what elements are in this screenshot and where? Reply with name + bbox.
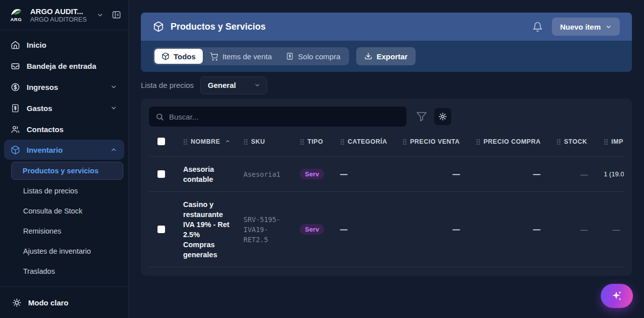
item-type-tabs: Todos Items de venta Solo compra [153, 47, 349, 65]
table-row[interactable]: Asesoria contable Asesoria1 Serv — — — —… [149, 157, 624, 192]
sidebar-subitem-consulta-de-stock[interactable]: Consulta de Stock [0, 201, 128, 221]
drag-handle-icon[interactable] [340, 139, 344, 145]
tab-solo-compra[interactable]: Solo compra [279, 49, 347, 64]
inbox-icon [11, 61, 20, 71]
new-item-button[interactable]: Nuevo item [552, 18, 620, 36]
sidebar-item-ingresos[interactable]: Ingresos [0, 76, 128, 97]
cell-categoria: — [328, 226, 390, 234]
table-header-row: NOMBRE SKU TIPO CATEGORÍA PRECIO VENTA [149, 127, 624, 157]
sidebar-subitem-ajustes-de-inventario[interactable]: Ajustes de inventario [0, 241, 128, 261]
col-header-precio-compra[interactable]: PRECIO COMPRA [464, 138, 544, 145]
search-icon [155, 113, 164, 121]
drag-handle-icon[interactable] [403, 139, 407, 145]
sidebar-subitem-listas-de-precios[interactable]: Listas de precios [0, 181, 128, 201]
sidebar-subitem-traslados[interactable]: Traslados [0, 261, 128, 281]
gear-icon [438, 112, 447, 121]
drag-handle-icon[interactable] [300, 139, 304, 145]
light-mode-label: Modo claro [28, 298, 68, 307]
drag-handle-icon[interactable] [244, 139, 248, 145]
col-header-categoria[interactable]: CATEGORÍA [328, 138, 390, 145]
tab-items-de-venta[interactable]: Items de venta [203, 49, 279, 64]
bell-icon[interactable] [532, 22, 543, 32]
cell-precio-compra: — [464, 170, 544, 178]
sidebar-subitem-remisiones[interactable]: Remisiones [0, 221, 128, 241]
org-title: ARGO AUDIT... [30, 7, 92, 16]
page-title: Productos y Servicios [171, 22, 532, 32]
col-header-stock[interactable]: STOCK [544, 138, 592, 145]
receipt-dollar-icon [286, 52, 294, 60]
cell-stock: — [544, 226, 592, 234]
sidebar-item-contactos[interactable]: Contactos [0, 119, 128, 140]
users-icon [11, 125, 20, 134]
cell-tipo: Serv [288, 224, 328, 235]
col-header-precio-venta[interactable]: PRECIO VENTA [390, 138, 464, 145]
cell-nombre[interactable]: Casino y restaurante IVA 19% - Ret 2.5% … [171, 193, 231, 266]
sun-icon [12, 298, 22, 307]
sidebar: ARG ARGO AUDIT... ARGO AUDITORES Inicio … [0, 0, 129, 318]
tipo-badge: Serv [300, 169, 324, 180]
sidebar-item-gastos[interactable]: Gastos [0, 97, 128, 119]
dollar-circle-icon [11, 82, 20, 92]
filter-icon[interactable] [416, 111, 428, 123]
row-checkbox[interactable] [157, 170, 165, 178]
drag-handle-icon[interactable] [183, 139, 187, 145]
price-list-bar: Lista de precios General [129, 72, 644, 98]
cell-impuestos: 1 (19.0 [592, 170, 624, 178]
sidebar-subitem-productos-y-servicios[interactable]: Productos y servicios [11, 162, 123, 180]
price-list-select[interactable]: General [200, 76, 267, 94]
column-settings-button[interactable] [434, 108, 451, 125]
cell-precio-compra: — [464, 226, 544, 234]
page-header: Productos y Servicios Nuevo item [141, 13, 632, 41]
cart-icon [210, 52, 218, 61]
download-icon [364, 52, 372, 60]
home-icon [11, 40, 20, 50]
chevron-down-icon [110, 104, 117, 112]
col-header-nombre[interactable]: NOMBRE [171, 138, 231, 145]
org-switcher[interactable]: ARG ARGO AUDIT... ARGO AUDITORES [0, 0, 128, 30]
search-box [149, 107, 407, 127]
ai-assistant-fab[interactable] [601, 284, 633, 308]
org-logo-mark [10, 8, 22, 16]
tab-todos[interactable]: Todos [154, 49, 203, 64]
col-header-imp[interactable]: IMP [592, 138, 624, 145]
sparkles-icon [610, 289, 623, 302]
search-input[interactable] [169, 113, 400, 121]
org-names: ARGO AUDIT... ARGO AUDITORES [30, 7, 92, 23]
table-toolbar [149, 107, 624, 127]
price-list-label: Lista de precios [141, 81, 194, 89]
tabs-band: Todos Items de venta Solo compra Exporta… [141, 41, 632, 72]
cell-categoria: — [328, 170, 390, 178]
col-header-sku[interactable]: SKU [231, 138, 288, 145]
cell-sku: Asesoria1 [231, 169, 288, 179]
chevron-up-icon [110, 146, 117, 153]
price-list-value: General [208, 81, 241, 89]
receipt-dollar-icon [11, 103, 20, 113]
col-header-tipo[interactable]: TIPO [288, 138, 328, 145]
inventario-submenu: Productos y servicios Listas de precios … [0, 162, 128, 281]
cell-nombre[interactable]: Asesoria contable [171, 158, 231, 190]
collapse-sidebar-icon[interactable] [112, 10, 121, 20]
chevron-down-icon [605, 24, 612, 30]
chevron-down-icon [110, 83, 117, 90]
sidebar-nav: Inicio Bandeja de entrada Ingresos Gasto… [0, 30, 128, 286]
sidebar-item-inicio[interactable]: Inicio [0, 34, 128, 55]
cell-impuestos: — [592, 226, 624, 234]
select-all-checkbox[interactable] [157, 138, 165, 145]
drag-handle-icon[interactable] [476, 139, 480, 145]
sidebar-item-bandeja[interactable]: Bandeja de entrada [0, 55, 128, 76]
main-content: Productos y Servicios Nuevo item Todos [129, 0, 644, 318]
tipo-badge: Serv [300, 224, 324, 235]
export-button[interactable]: Exportar [356, 47, 416, 65]
row-checkbox[interactable] [157, 226, 165, 233]
cell-tipo: Serv [288, 169, 328, 180]
table-row[interactable]: Casino y restaurante IVA 19% - Ret 2.5% … [149, 192, 624, 267]
drag-handle-icon[interactable] [556, 139, 560, 145]
box-icon [162, 52, 170, 60]
cell-precio-venta: — [390, 170, 464, 178]
drag-handle-icon[interactable] [604, 139, 608, 145]
box-icon [11, 145, 20, 155]
sidebar-item-inventario[interactable]: Inventario [4, 140, 124, 160]
chevron-down-icon[interactable] [97, 12, 104, 19]
select-all-cell [149, 138, 171, 145]
light-mode-toggle[interactable]: Modo claro [0, 286, 128, 318]
